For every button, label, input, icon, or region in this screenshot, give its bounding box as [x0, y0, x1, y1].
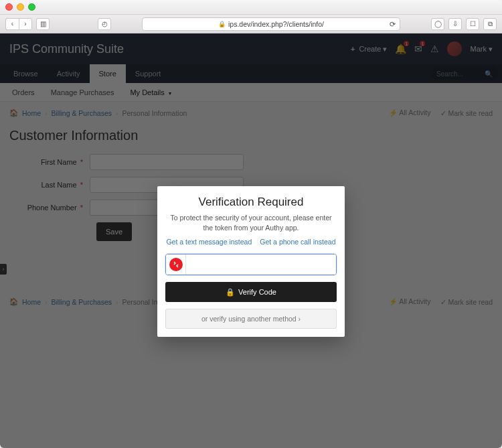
code-input[interactable]: [186, 254, 336, 275]
reader-button[interactable]: ◴: [98, 18, 111, 30]
lock-icon: 🔒: [218, 21, 226, 27]
tabs-button[interactable]: ⧉: [483, 18, 497, 30]
downloads-button[interactable]: ⇩: [448, 18, 462, 30]
verification-modal: Verification Required To protect the sec…: [157, 186, 345, 337]
modal-description: To protect the security of your account,…: [165, 213, 337, 238]
maximize-window-button[interactable]: [28, 3, 35, 11]
browser-window: ‹ › ▥ ◴ 🔒 ips.dev/index.php?/clients/inf…: [0, 0, 502, 448]
minimize-window-button[interactable]: [17, 3, 24, 11]
address-bar[interactable]: 🔒 ips.dev/index.php?/clients/info/ ⟳: [142, 17, 400, 31]
modal-alt-links: Get a text message instead Get a phone c…: [165, 238, 337, 246]
forward-button[interactable]: ›: [19, 18, 32, 30]
text-message-link[interactable]: Get a text message instead: [166, 238, 252, 246]
lock-icon: 🔒: [226, 288, 235, 297]
privacy-button[interactable]: ◯: [431, 18, 444, 30]
url-text: ips.dev/index.php?/clients/info/: [228, 20, 324, 28]
nav-back-forward: ‹ ›: [5, 18, 32, 30]
sidebar-toggle-button[interactable]: ▥: [36, 18, 50, 30]
phone-call-link[interactable]: Get a phone call instead: [260, 238, 335, 246]
code-input-group: [165, 254, 337, 275]
traffic-lights: [5, 3, 35, 11]
macos-titlebar: [0, 0, 502, 15]
app-content: IPS Community Suite + Create ▾ 🔔 1 ✉ 1 ⚠…: [0, 33, 502, 448]
authy-icon: [166, 254, 186, 275]
modal-title: Verification Required: [165, 196, 337, 209]
close-window-button[interactable]: [5, 3, 13, 11]
verify-code-button[interactable]: 🔒 Verify Code: [165, 282, 337, 302]
back-button[interactable]: ‹: [5, 18, 19, 30]
reload-icon[interactable]: ⟳: [390, 20, 396, 28]
browser-toolbar: ‹ › ▥ ◴ 🔒 ips.dev/index.php?/clients/inf…: [0, 15, 502, 33]
share-button[interactable]: ☐: [466, 18, 479, 30]
alt-method-button[interactable]: or verify using another method ›: [165, 309, 337, 329]
